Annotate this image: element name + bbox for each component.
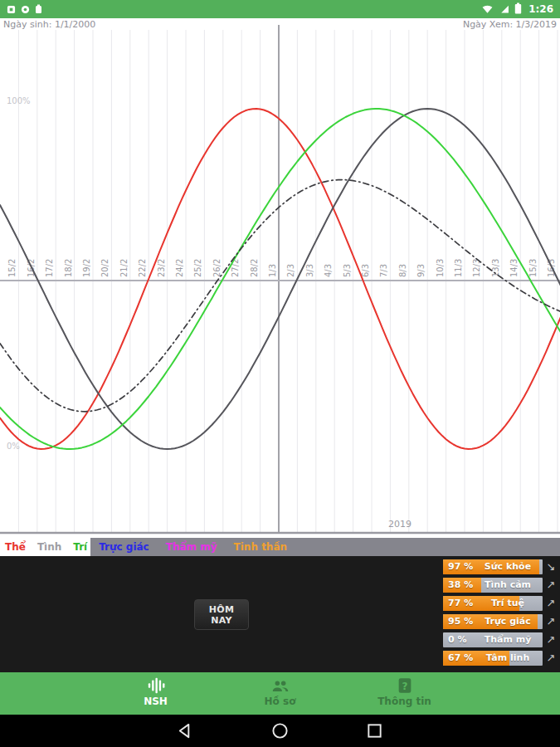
stat-progress-bar: 0 %Thẩm mỹ: [443, 632, 543, 647]
legend-item[interactable]: Thể: [5, 541, 26, 553]
svg-text:1/3: 1/3: [268, 264, 277, 277]
svg-text:3/3: 3/3: [305, 264, 314, 277]
notification-icon-2: [21, 2, 30, 17]
biorhythm-chart[interactable]: 15/216/217/218/219/220/221/222/223/224/2…: [0, 18, 560, 538]
stat-row[interactable]: 77 %Trí tuệ↗: [443, 596, 559, 611]
svg-text:20/2: 20/2: [100, 259, 110, 277]
stat-row[interactable]: 0 %Thẩm mỹ↗: [443, 632, 559, 647]
stat-label: Thẩm mỹ: [475, 632, 541, 647]
svg-text:100%: 100%: [7, 96, 31, 105]
stat-label: Trực giác: [475, 614, 541, 629]
svg-text:9/3: 9/3: [416, 264, 426, 277]
svg-text:28/2: 28/2: [250, 259, 259, 277]
legend-secondary-group: Trực giácThẩm mỹTinh thần: [90, 538, 560, 556]
svg-text:26/2: 26/2: [212, 259, 222, 277]
svg-text:7/3: 7/3: [379, 264, 388, 277]
svg-text:19/2: 19/2: [82, 259, 91, 277]
stat-progress-bar: 97 %Sức khỏe: [443, 559, 543, 574]
svg-text:0%: 0%: [7, 442, 20, 451]
svg-text:?: ?: [402, 681, 407, 692]
legend-item[interactable]: Tinh thần: [234, 541, 287, 553]
stat-percent: 77 %: [448, 596, 473, 611]
svg-text:10/3: 10/3: [436, 259, 445, 277]
app-nav-bar: NSHHồ sơ?Thông tin: [0, 672, 560, 715]
notification-icons: [7, 2, 42, 17]
stat-progress-bar: 95 %Trực giác: [443, 614, 543, 629]
trend-up-icon: ↗: [543, 632, 559, 647]
tab-label: NSH: [127, 696, 185, 707]
tab-nsh[interactable]: NSH: [127, 672, 185, 715]
svg-text:14/3: 14/3: [509, 259, 519, 277]
today-button[interactable]: HÔM NAY: [194, 599, 249, 630]
stat-label: Sức khỏe: [475, 559, 541, 574]
stat-label: Tình cảm: [475, 578, 541, 593]
svg-text:18/2: 18/2: [64, 259, 73, 277]
notification-icon-1: [7, 2, 16, 17]
stat-percent: 67 %: [448, 651, 473, 666]
stat-label: Trí tuệ: [475, 596, 541, 611]
svg-text:15/2: 15/2: [7, 259, 17, 277]
battery-icon: [514, 2, 522, 17]
stat-row[interactable]: 38 %Tình cảm↗: [443, 578, 559, 593]
svg-text:8/3: 8/3: [398, 264, 407, 277]
app-screen: 1:26 Ngày sinh: 1/1/2000 Ngày Xem: 1/3/2…: [0, 0, 560, 747]
svg-text:23/2: 23/2: [157, 259, 166, 277]
tab-hồ-sơ[interactable]: Hồ sơ: [251, 672, 309, 715]
svg-text:15/3: 15/3: [528, 259, 538, 277]
legend-item[interactable]: Thẩm mỹ: [166, 541, 217, 553]
trend-down-icon: ↘: [543, 559, 559, 574]
legend-bar: ThểTìnhTrí Trực giácThẩm mỹTinh thần: [0, 538, 560, 556]
help-icon: ?: [376, 676, 434, 695]
svg-text:17/2: 17/2: [45, 259, 54, 277]
stat-label: Tâm linh: [475, 651, 541, 666]
stat-percent: 97 %: [448, 559, 473, 574]
legend-item[interactable]: Trí: [73, 541, 87, 553]
view-date-label: Ngày Xem: 1/3/2019: [463, 19, 557, 32]
svg-text:24/2: 24/2: [175, 259, 184, 277]
stat-progress-bar: 77 %Trí tuệ: [443, 596, 543, 611]
legend-primary-group: ThểTìnhTrí: [0, 538, 90, 556]
date-header: Ngày sinh: 1/1/2000 Ngày Xem: 1/3/2019: [0, 19, 560, 32]
stat-percent: 95 %: [448, 614, 473, 629]
home-button[interactable]: [270, 721, 290, 741]
trend-up-icon: ↗: [543, 596, 559, 611]
back-button[interactable]: [176, 721, 196, 741]
birth-date-label: Ngày sinh: 1/1/2000: [3, 19, 95, 32]
legend-item[interactable]: Tình: [37, 541, 61, 553]
svg-text:21/2: 21/2: [119, 259, 129, 277]
stat-percent: 38 %: [448, 578, 473, 593]
people-icon: [251, 676, 309, 695]
trend-up-icon: ↗: [543, 651, 559, 666]
system-nav-bar: [0, 715, 560, 747]
control-panel: HÔM NAY 97 %Sức khỏe↘38 %Tình cảm↗77 %Tr…: [0, 556, 560, 672]
tab-label: Thông tin: [376, 696, 434, 707]
svg-text:6/3: 6/3: [361, 264, 370, 277]
legend-item[interactable]: Trực giác: [99, 541, 149, 553]
svg-text:5/3: 5/3: [343, 264, 352, 277]
stats-list: 97 %Sức khỏe↘38 %Tình cảm↗77 %Trí tuệ↗95…: [443, 559, 559, 669]
svg-text:22/2: 22/2: [138, 259, 147, 277]
tab-thông-tin[interactable]: ?Thông tin: [376, 672, 434, 715]
stat-progress-bar: 38 %Tình cảm: [443, 578, 543, 593]
clock-time: 1:26: [528, 3, 553, 15]
tab-label: Hồ sơ: [251, 696, 309, 707]
status-bar: 1:26: [0, 0, 560, 18]
waveform-icon: [127, 676, 185, 695]
stat-progress-bar: 67 %Tâm linh: [443, 651, 543, 666]
notification-icon-3: [35, 2, 42, 17]
svg-text:13/3: 13/3: [491, 259, 500, 277]
stat-percent: 0 %: [448, 632, 467, 647]
stat-row[interactable]: 97 %Sức khỏe↘: [443, 559, 559, 574]
svg-text:25/2: 25/2: [193, 259, 202, 277]
wifi-icon: [481, 2, 494, 17]
svg-text:2/3: 2/3: [286, 264, 295, 277]
stat-row[interactable]: 95 %Trực giác↗: [443, 614, 559, 629]
stat-row[interactable]: 67 %Tâm linh↗: [443, 651, 559, 666]
trend-up-icon: ↗: [543, 578, 559, 593]
recents-button[interactable]: [365, 721, 385, 741]
svg-text:11/3: 11/3: [454, 259, 463, 277]
svg-text:2019: 2019: [388, 519, 411, 530]
svg-text:4/3: 4/3: [324, 264, 333, 277]
signal-icon: [499, 2, 509, 17]
trend-up-icon: ↗: [543, 614, 559, 629]
